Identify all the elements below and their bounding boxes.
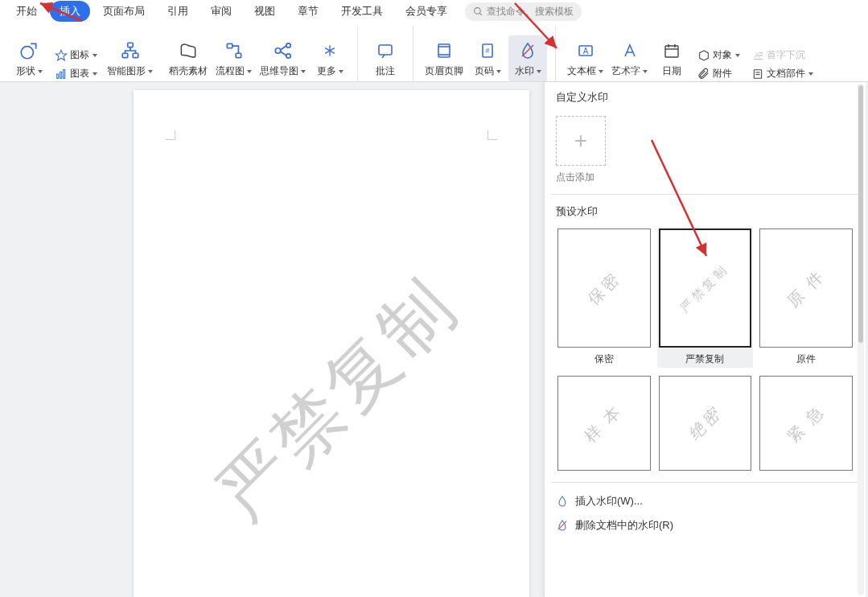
star-icon bbox=[55, 49, 68, 62]
docparts-button[interactable]: 文档部件 bbox=[750, 66, 815, 81]
svg-rect-9 bbox=[133, 53, 138, 57]
panel-divider-2 bbox=[551, 482, 859, 483]
preset-urgent[interactable]: 紧 急 bbox=[758, 374, 854, 472]
mindmap-button[interactable]: 思维导图 bbox=[257, 35, 309, 81]
search-icon bbox=[473, 6, 483, 17]
margin-corner-tr bbox=[487, 130, 497, 140]
svg-rect-4 bbox=[57, 74, 59, 78]
icon-lib-button[interactable]: 图标 bbox=[53, 47, 99, 63]
svg-point-0 bbox=[475, 7, 481, 14]
svg-rect-7 bbox=[127, 43, 133, 47]
insert-watermark-menu[interactable]: 插入水印(W)... bbox=[545, 489, 866, 513]
chart-button[interactable]: 图表 bbox=[53, 66, 99, 81]
paperclip-icon bbox=[697, 68, 710, 80]
asterisk-icon bbox=[322, 43, 338, 59]
smartart-button[interactable]: 智能图形 bbox=[104, 35, 156, 81]
search-box[interactable]: 查找命令、搜索模板 bbox=[465, 2, 582, 21]
svg-rect-15 bbox=[379, 45, 392, 55]
flowchart-button[interactable]: 流程图 bbox=[212, 35, 255, 81]
docparts-icon bbox=[751, 68, 764, 80]
preset-grid: 保密 保密 严禁复制 严禁复制 原 件 原件 样 本 绝密 紧 急 bbox=[545, 225, 866, 480]
tab-insert[interactable]: 插入 bbox=[50, 1, 90, 22]
comment-button[interactable]: 批注 bbox=[366, 35, 405, 81]
preset-sample[interactable]: 样 本 bbox=[556, 374, 652, 472]
more-button[interactable]: 更多 bbox=[311, 35, 349, 81]
dropcap-icon: A bbox=[751, 49, 764, 62]
date-button[interactable]: 日期 bbox=[652, 35, 691, 81]
tab-chapter[interactable]: 章节 bbox=[288, 1, 328, 22]
smartart-icon bbox=[120, 40, 141, 61]
panel-divider bbox=[551, 194, 859, 195]
remove-watermark-menu[interactable]: 删除文档中的水印(R) bbox=[545, 513, 866, 537]
watermark-icon bbox=[518, 41, 537, 60]
panel-scrollbar[interactable] bbox=[858, 84, 864, 595]
preset-no-copy[interactable]: 严禁复制 严禁复制 bbox=[657, 227, 754, 368]
mind-icon bbox=[273, 40, 294, 61]
shape-button[interactable]: 形状 bbox=[10, 35, 48, 81]
svg-point-14 bbox=[286, 54, 290, 58]
watermark-remove-icon bbox=[556, 519, 569, 532]
header-footer-button[interactable]: 页眉页脚 bbox=[422, 35, 467, 81]
svg-rect-11 bbox=[236, 53, 241, 57]
plus-icon: + bbox=[574, 130, 587, 152]
wordart-icon bbox=[620, 41, 640, 60]
wordart-button[interactable]: 艺术字 bbox=[608, 35, 651, 81]
date-icon bbox=[662, 41, 681, 60]
tab-vip[interactable]: 会员专享 bbox=[396, 1, 457, 22]
docer-icon bbox=[178, 40, 199, 61]
flow-icon bbox=[224, 40, 245, 61]
svg-point-13 bbox=[286, 43, 290, 47]
svg-text:#: # bbox=[485, 47, 489, 55]
add-custom-watermark[interactable]: + bbox=[556, 116, 606, 166]
add-custom-label: 点击添加 bbox=[556, 171, 854, 184]
svg-rect-6 bbox=[64, 69, 65, 78]
svg-text:A: A bbox=[582, 47, 588, 56]
headerfooter-icon bbox=[434, 41, 454, 60]
object-icon bbox=[697, 49, 710, 62]
svg-marker-3 bbox=[56, 50, 66, 60]
object-button[interactable]: 对象 bbox=[696, 47, 742, 63]
tab-dev[interactable]: 开发工具 bbox=[331, 1, 393, 22]
attachment-button[interactable]: 附件 bbox=[696, 66, 742, 81]
margin-corner-tl bbox=[166, 130, 175, 140]
menu-tabs: 开始 插入 页面布局 引用 审阅 视图 章节 开发工具 会员专享 查找命令、搜索… bbox=[0, 0, 868, 23]
comment-icon bbox=[376, 41, 395, 60]
tab-view[interactable]: 视图 bbox=[245, 1, 285, 22]
tab-start[interactable]: 开始 bbox=[6, 1, 47, 22]
docer-resource-button[interactable]: 稻壳素材 bbox=[166, 35, 211, 81]
dropcap-button[interactable]: A 首字下沉 bbox=[750, 47, 815, 63]
watermark-button[interactable]: 水印 bbox=[508, 35, 547, 81]
svg-rect-8 bbox=[122, 53, 128, 57]
watermark-panel: 自定义水印 + 点击添加 预设水印 保密 保密 严禁复制 严禁复制 原 件 原件… bbox=[544, 82, 866, 597]
tab-review[interactable]: 审阅 bbox=[201, 1, 241, 22]
watermark-insert-icon bbox=[556, 495, 569, 508]
pagenum-icon: # bbox=[478, 41, 497, 60]
svg-rect-5 bbox=[60, 72, 62, 78]
preset-confidential[interactable]: 保密 保密 bbox=[556, 227, 652, 368]
textbox-button[interactable]: A 文本框 bbox=[564, 35, 607, 81]
shape-icon bbox=[19, 40, 39, 61]
svg-line-1 bbox=[479, 13, 482, 15]
svg-point-2 bbox=[21, 47, 33, 59]
custom-watermark-title: 自定义水印 bbox=[545, 82, 866, 111]
page-number-button[interactable]: # 页码 bbox=[468, 35, 507, 81]
document-watermark: 严禁复制 bbox=[197, 258, 479, 540]
chart-icon bbox=[55, 68, 68, 80]
tab-reference[interactable]: 引用 bbox=[158, 1, 198, 22]
svg-rect-33 bbox=[754, 69, 761, 78]
svg-rect-10 bbox=[227, 43, 232, 47]
preset-watermark-title: 预设水印 bbox=[545, 196, 866, 225]
svg-point-12 bbox=[275, 48, 281, 54]
svg-rect-24 bbox=[665, 46, 678, 57]
search-placeholder: 查找命令、搜索模板 bbox=[487, 5, 574, 19]
insert-toolbar: 形状 图标 图表 智能图形 稻壳素材 流程图 思维导图 bbox=[0, 23, 868, 82]
svg-marker-28 bbox=[700, 51, 709, 60]
scrollbar-thumb[interactable] bbox=[858, 85, 863, 343]
tab-layout[interactable]: 页面布局 bbox=[93, 1, 154, 22]
preset-original[interactable]: 原 件 原件 bbox=[758, 227, 854, 368]
document-page[interactable]: 严禁复制 bbox=[134, 90, 529, 597]
preset-topsecret[interactable]: 绝密 bbox=[657, 374, 754, 472]
panel-menu: 插入水印(W)... 删除文档中的水印(R) bbox=[545, 484, 866, 546]
textbox-icon: A bbox=[576, 41, 595, 60]
